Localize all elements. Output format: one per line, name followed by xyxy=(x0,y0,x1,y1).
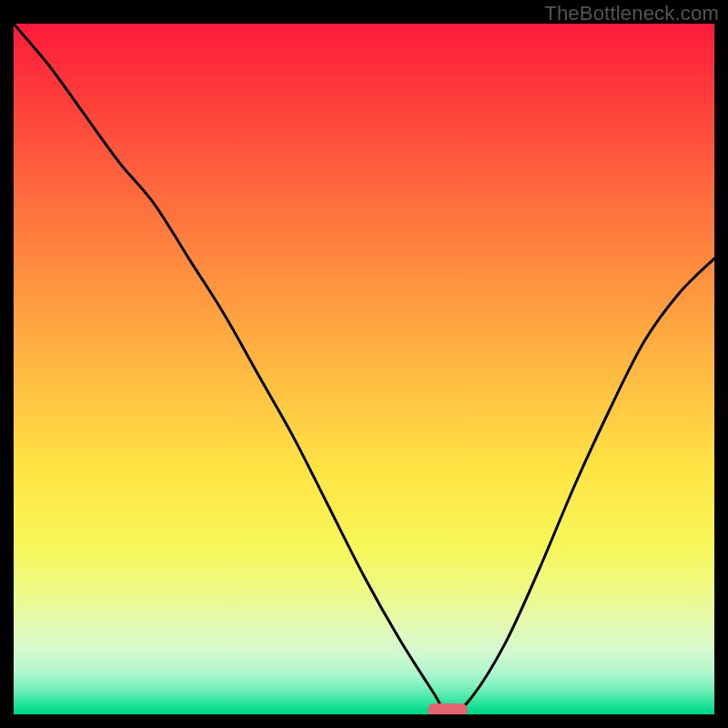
bottleneck-curve xyxy=(14,24,714,714)
watermark-text: TheBottleneck.com xyxy=(544,2,719,25)
plot-area xyxy=(14,24,714,714)
chart-frame: TheBottleneck.com xyxy=(0,0,728,728)
optimal-marker xyxy=(428,703,468,714)
